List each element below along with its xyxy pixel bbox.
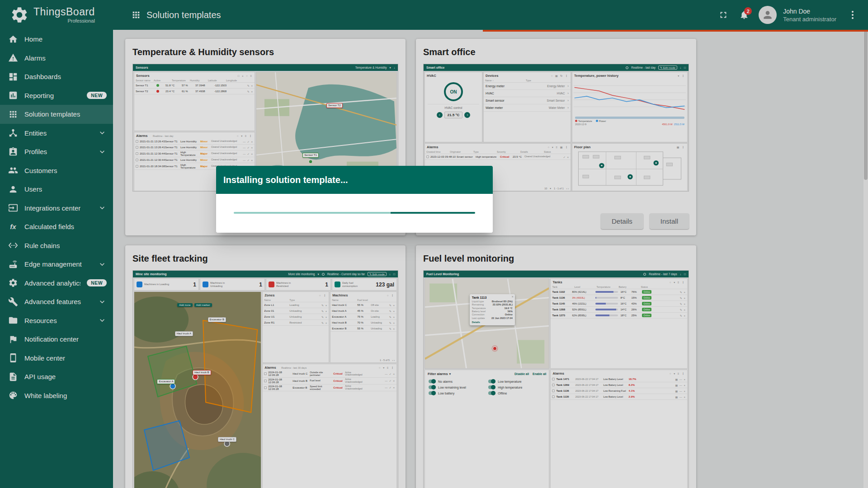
dialog-title: Installing solution template... <box>216 166 493 194</box>
install-progress-dialog: Installing solution template... <box>216 166 493 233</box>
modal-backdrop <box>0 0 868 488</box>
install-progress-bar <box>234 212 475 214</box>
thingsboard-app: ThingsBoard Professional Solution templa… <box>0 0 868 488</box>
